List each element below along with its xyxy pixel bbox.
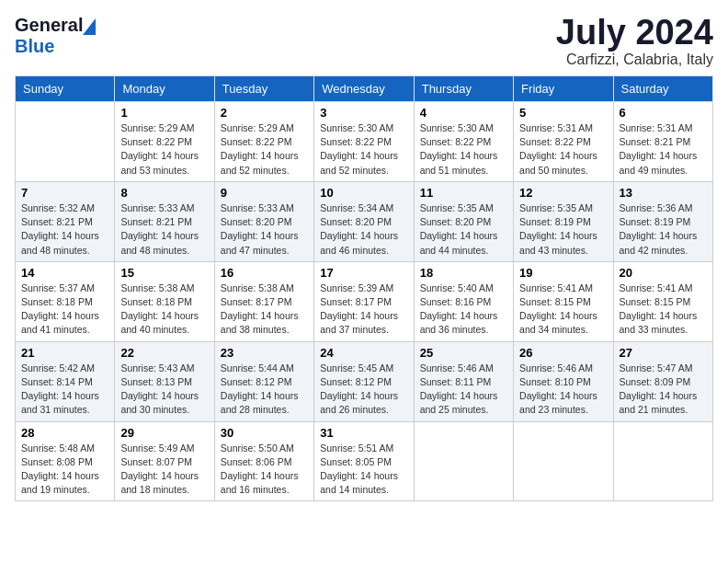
day-info: Sunrise: 5:48 AM Sunset: 8:08 PM Dayligh… (21, 442, 108, 498)
calendar-cell (16, 102, 115, 182)
title-section: July 2024 Carfizzi, Calabria, Italy (556, 15, 713, 68)
day-info: Sunrise: 5:31 AM Sunset: 8:22 PM Dayligh… (519, 121, 607, 178)
calendar-cell: 6Sunrise: 5:31 AM Sunset: 8:21 PM Daylig… (613, 102, 712, 182)
calendar-cell: 3Sunrise: 5:30 AM Sunset: 8:22 PM Daylig… (314, 102, 414, 182)
day-info: Sunrise: 5:35 AM Sunset: 8:19 PM Dayligh… (519, 201, 607, 258)
day-info: Sunrise: 5:39 AM Sunset: 8:17 PM Dayligh… (320, 282, 407, 338)
calendar-cell: 7Sunrise: 5:32 AM Sunset: 8:21 PM Daylig… (16, 181, 115, 261)
calendar-cell: 19Sunrise: 5:41 AM Sunset: 8:15 PM Dayli… (514, 261, 613, 341)
day-number: 11 (420, 186, 507, 200)
day-number: 13 (620, 186, 707, 200)
day-info: Sunrise: 5:33 AM Sunset: 8:21 PM Dayligh… (120, 201, 208, 258)
calendar-cell: 13Sunrise: 5:36 AM Sunset: 8:19 PM Dayli… (613, 181, 712, 261)
day-info: Sunrise: 5:32 AM Sunset: 8:21 PM Dayligh… (21, 201, 108, 258)
logo: General Blue (15, 15, 96, 57)
weekday-header-row: SundayMondayTuesdayWednesdayThursdayFrid… (16, 76, 713, 102)
calendar-cell: 8Sunrise: 5:33 AM Sunset: 8:21 PM Daylig… (115, 181, 214, 261)
logo-general: General (15, 15, 83, 36)
calendar-cell: 10Sunrise: 5:34 AM Sunset: 8:20 PM Dayli… (314, 181, 414, 261)
day-number: 2 (221, 106, 308, 120)
day-info: Sunrise: 5:30 AM Sunset: 8:22 PM Dayligh… (320, 121, 407, 178)
calendar-cell (414, 421, 513, 501)
calendar-cell: 18Sunrise: 5:40 AM Sunset: 8:16 PM Dayli… (414, 261, 513, 341)
weekday-header: Tuesday (214, 76, 313, 102)
weekday-header: Friday (514, 76, 613, 102)
day-info: Sunrise: 5:33 AM Sunset: 8:20 PM Dayligh… (221, 201, 308, 258)
calendar-cell: 9Sunrise: 5:33 AM Sunset: 8:20 PM Daylig… (214, 181, 313, 261)
calendar-week-row: 7Sunrise: 5:32 AM Sunset: 8:21 PM Daylig… (16, 181, 713, 261)
day-info: Sunrise: 5:43 AM Sunset: 8:13 PM Dayligh… (120, 362, 208, 418)
day-info: Sunrise: 5:41 AM Sunset: 8:15 PM Dayligh… (620, 282, 707, 338)
calendar-cell: 17Sunrise: 5:39 AM Sunset: 8:17 PM Dayli… (314, 261, 414, 341)
day-info: Sunrise: 5:44 AM Sunset: 8:12 PM Dayligh… (221, 362, 308, 418)
day-info: Sunrise: 5:36 AM Sunset: 8:19 PM Dayligh… (620, 201, 707, 258)
day-number: 15 (120, 266, 208, 280)
day-info: Sunrise: 5:38 AM Sunset: 8:17 PM Dayligh… (221, 282, 308, 338)
day-number: 7 (21, 186, 108, 200)
day-info: Sunrise: 5:30 AM Sunset: 8:22 PM Dayligh… (420, 121, 507, 178)
day-number: 5 (519, 106, 607, 120)
calendar-week-row: 28Sunrise: 5:48 AM Sunset: 8:08 PM Dayli… (16, 421, 713, 501)
weekday-header: Wednesday (314, 76, 414, 102)
day-info: Sunrise: 5:50 AM Sunset: 8:06 PM Dayligh… (221, 442, 308, 498)
day-number: 26 (519, 346, 607, 360)
day-number: 24 (320, 346, 407, 360)
calendar-cell: 12Sunrise: 5:35 AM Sunset: 8:19 PM Dayli… (514, 181, 613, 261)
day-number: 12 (519, 186, 607, 200)
calendar-cell: 24Sunrise: 5:45 AM Sunset: 8:12 PM Dayli… (314, 341, 414, 421)
day-number: 1 (120, 106, 208, 120)
weekday-header: Saturday (613, 76, 712, 102)
logo-icon (83, 18, 96, 35)
calendar-cell: 28Sunrise: 5:48 AM Sunset: 8:08 PM Dayli… (16, 421, 115, 501)
calendar-cell: 20Sunrise: 5:41 AM Sunset: 8:15 PM Dayli… (613, 261, 712, 341)
day-number: 30 (221, 426, 308, 440)
day-info: Sunrise: 5:29 AM Sunset: 8:22 PM Dayligh… (221, 121, 308, 178)
day-info: Sunrise: 5:34 AM Sunset: 8:20 PM Dayligh… (320, 201, 407, 258)
day-info: Sunrise: 5:51 AM Sunset: 8:05 PM Dayligh… (320, 442, 407, 498)
day-info: Sunrise: 5:38 AM Sunset: 8:18 PM Dayligh… (120, 282, 208, 338)
day-number: 18 (420, 266, 507, 280)
day-number: 6 (620, 106, 707, 120)
day-number: 28 (21, 426, 108, 440)
calendar-table: SundayMondayTuesdayWednesdayThursdayFrid… (15, 75, 713, 501)
day-number: 27 (620, 346, 707, 360)
day-number: 8 (120, 186, 208, 200)
svg-marker-0 (83, 18, 96, 35)
calendar-cell: 21Sunrise: 5:42 AM Sunset: 8:14 PM Dayli… (16, 341, 115, 421)
day-number: 29 (120, 426, 208, 440)
calendar-cell: 23Sunrise: 5:44 AM Sunset: 8:12 PM Dayli… (214, 341, 313, 421)
day-number: 14 (21, 266, 108, 280)
day-number: 19 (519, 266, 607, 280)
day-info: Sunrise: 5:47 AM Sunset: 8:09 PM Dayligh… (620, 362, 707, 418)
day-number: 3 (320, 106, 407, 120)
calendar-week-row: 1Sunrise: 5:29 AM Sunset: 8:22 PM Daylig… (16, 102, 713, 182)
calendar-cell: 11Sunrise: 5:35 AM Sunset: 8:20 PM Dayli… (414, 181, 513, 261)
day-number: 21 (21, 346, 108, 360)
day-number: 10 (320, 186, 407, 200)
day-info: Sunrise: 5:42 AM Sunset: 8:14 PM Dayligh… (21, 362, 108, 418)
calendar-cell: 4Sunrise: 5:30 AM Sunset: 8:22 PM Daylig… (414, 102, 513, 182)
day-number: 25 (420, 346, 507, 360)
day-number: 20 (620, 266, 707, 280)
calendar-cell: 5Sunrise: 5:31 AM Sunset: 8:22 PM Daylig… (514, 102, 613, 182)
logo-blue: Blue (15, 36, 54, 56)
day-info: Sunrise: 5:40 AM Sunset: 8:16 PM Dayligh… (420, 282, 507, 338)
day-info: Sunrise: 5:31 AM Sunset: 8:21 PM Dayligh… (620, 121, 707, 178)
day-info: Sunrise: 5:46 AM Sunset: 8:10 PM Dayligh… (519, 362, 607, 418)
calendar-cell: 14Sunrise: 5:37 AM Sunset: 8:18 PM Dayli… (16, 261, 115, 341)
day-number: 31 (320, 426, 407, 440)
month-title: July 2024 (556, 15, 713, 50)
calendar-cell: 1Sunrise: 5:29 AM Sunset: 8:22 PM Daylig… (115, 102, 214, 182)
day-info: Sunrise: 5:49 AM Sunset: 8:07 PM Dayligh… (120, 442, 208, 498)
calendar-cell: 2Sunrise: 5:29 AM Sunset: 8:22 PM Daylig… (214, 102, 313, 182)
day-number: 23 (221, 346, 308, 360)
calendar-cell: 25Sunrise: 5:46 AM Sunset: 8:11 PM Dayli… (414, 341, 513, 421)
header: General Blue July 2024 Carfizzi, Calabri… (15, 15, 713, 68)
day-info: Sunrise: 5:46 AM Sunset: 8:11 PM Dayligh… (420, 362, 507, 418)
calendar-cell: 31Sunrise: 5:51 AM Sunset: 8:05 PM Dayli… (314, 421, 414, 501)
calendar-cell: 16Sunrise: 5:38 AM Sunset: 8:17 PM Dayli… (214, 261, 313, 341)
day-info: Sunrise: 5:41 AM Sunset: 8:15 PM Dayligh… (519, 282, 607, 338)
calendar-cell: 29Sunrise: 5:49 AM Sunset: 8:07 PM Dayli… (115, 421, 214, 501)
calendar-cell: 26Sunrise: 5:46 AM Sunset: 8:10 PM Dayli… (514, 341, 613, 421)
day-info: Sunrise: 5:35 AM Sunset: 8:20 PM Dayligh… (420, 201, 507, 258)
